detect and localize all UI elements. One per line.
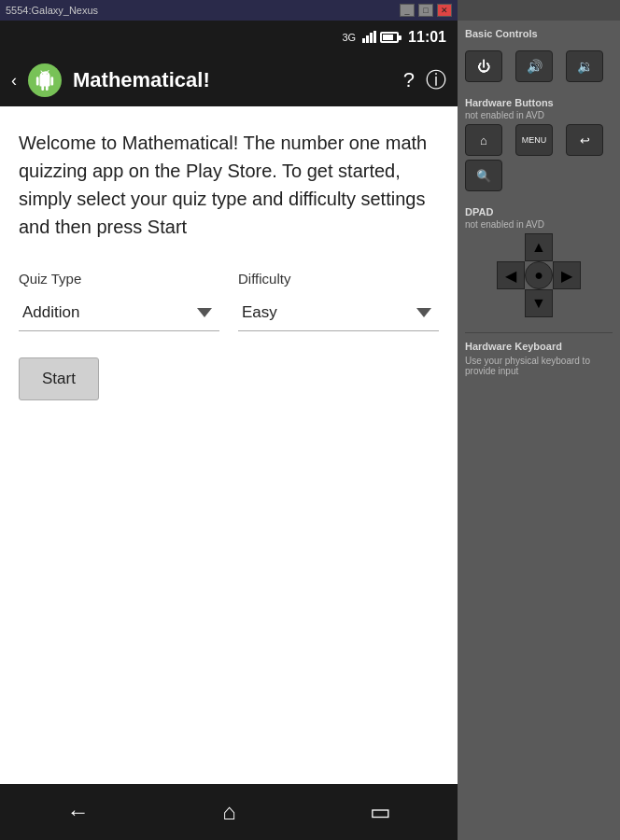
quiz-type-value: Addition (22, 303, 79, 322)
difficulty-dropdown[interactable]: Easy (238, 294, 439, 331)
quiz-type-arrow-icon (197, 308, 212, 317)
back-nav-icon[interactable]: ← (66, 799, 89, 825)
dpad-center-button[interactable]: ● (525, 261, 553, 289)
home-hw-button[interactable]: ⌂ (465, 124, 502, 156)
difficulty-label: Difficulty (238, 271, 439, 287)
svg-rect-2 (370, 33, 373, 43)
svg-rect-3 (373, 31, 376, 43)
minimize-button[interactable]: _ (400, 4, 415, 17)
android-logo (28, 63, 62, 97)
status-icons: 3G 11:01 (342, 29, 446, 46)
svg-rect-1 (366, 35, 369, 43)
power-button[interactable]: ⏻ (465, 50, 502, 82)
keyboard-subtitle: Use your physical keyboard to provide in… (465, 356, 613, 376)
keyboard-title: Hardware Keyboard (465, 341, 562, 352)
main-content: Welcome to Mathematical! The number one … (0, 106, 458, 784)
dpad-title: DPAD (465, 206, 493, 217)
nav-bar: ← ⌂ ▭ (0, 784, 458, 840)
help-button[interactable]: ? (403, 68, 415, 92)
dpad-subtitle: not enabled in AVD (465, 219, 613, 230)
difficulty-value: Easy (242, 303, 277, 322)
dpad-container: ▲ ▼ ◀ ▶ ● (497, 233, 581, 317)
app-bar: ‹ Mathematical! ? ⓘ (0, 54, 458, 106)
title-bar-text: 5554:Galaxy_Nexus (6, 5, 98, 16)
form-row: Quiz Type Addition Difficulty Easy (19, 271, 439, 331)
quiz-type-group: Quiz Type Addition (19, 271, 219, 331)
info-button[interactable]: ⓘ (426, 66, 446, 94)
title-bar: 5554:Galaxy_Nexus _ □ ✕ (0, 0, 458, 21)
android-icon (35, 70, 55, 91)
basic-control-buttons: ⏻ 🔊 🔉 (465, 50, 613, 82)
nav-control-buttons: ⌂ MENU ↩ 🔍 (465, 124, 613, 191)
difficulty-arrow-icon (416, 308, 431, 317)
dpad-up-button[interactable]: ▲ (525, 233, 553, 261)
dpad-right-button[interactable]: ▶ (553, 261, 581, 289)
difficulty-group: Difficulty Easy (238, 271, 439, 331)
close-button[interactable]: ✕ (437, 4, 452, 17)
dpad-left-button[interactable]: ◀ (497, 261, 525, 289)
home-nav-icon[interactable]: ⌂ (222, 799, 236, 825)
title-bar-buttons: _ □ ✕ (400, 4, 452, 17)
basic-controls-title: Basic Controls (465, 28, 613, 39)
time-display: 11:01 (408, 29, 446, 46)
quiz-type-label: Quiz Type (19, 271, 219, 287)
signal-icon (361, 31, 376, 44)
welcome-text: Welcome to Mathematical! The number one … (19, 129, 439, 241)
battery-icon (380, 32, 399, 43)
vol-up-button[interactable]: 🔊 (515, 50, 553, 82)
search-hw-button[interactable]: 🔍 (465, 160, 502, 191)
dpad-down-button[interactable]: ▼ (525, 289, 553, 317)
vol-down-button[interactable]: 🔉 (566, 50, 603, 82)
maximize-button[interactable]: □ (418, 4, 433, 17)
svg-rect-0 (362, 38, 365, 43)
phone-frame: 3G 11:01 ‹ Mathematical! ? ⓘ Welcome to … (0, 21, 458, 840)
nav-back-icon[interactable]: ‹ (11, 71, 17, 91)
recent-nav-icon[interactable]: ▭ (370, 799, 391, 825)
status-bar: 3G 11:01 (0, 21, 458, 54)
keyboard-section: Hardware Keyboard Use your physical keyb… (465, 332, 613, 376)
network-type-label: 3G (342, 32, 356, 43)
dpad-section: DPAD not enabled in AVD ▲ ▼ ◀ ▶ ● (465, 203, 613, 321)
start-button[interactable]: Start (19, 357, 99, 400)
quiz-type-dropdown[interactable]: Addition (19, 294, 219, 331)
right-panel: Basic Controls ⏻ 🔊 🔉 Hardware Buttons no… (458, 21, 620, 840)
app-title: Mathematical! (73, 68, 392, 92)
back-hw-button[interactable]: ↩ (566, 124, 603, 156)
hw-buttons-title: Hardware Buttons (465, 97, 554, 108)
hw-buttons-section: Hardware Buttons not enabled in AVD ⌂ ME… (465, 93, 613, 191)
hw-buttons-subtitle: not enabled in AVD (465, 110, 613, 120)
menu-hw-button[interactable]: MENU (515, 124, 553, 156)
